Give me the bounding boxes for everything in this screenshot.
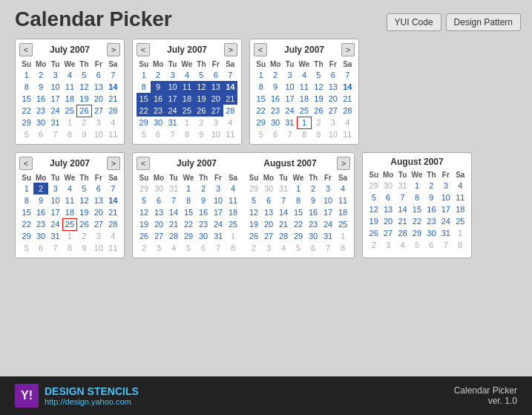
day-cell[interactable]: 30 xyxy=(424,227,439,239)
day-cell[interactable]: 11 xyxy=(226,195,240,206)
day-cell[interactable]: 7 xyxy=(395,192,410,203)
day-cell-selected[interactable]: 2 xyxy=(33,183,47,195)
day-cell[interactable]: 4 xyxy=(62,69,76,81)
day-cell[interactable]: 7 xyxy=(106,69,120,81)
day-cell[interactable]: 20 xyxy=(326,93,340,105)
day-cell[interactable]: 24 xyxy=(48,218,62,230)
day-cell[interactable]: 3 xyxy=(439,180,453,192)
day-cell[interactable]: 22 xyxy=(19,218,33,230)
day-cell-other[interactable]: 3 xyxy=(381,239,395,251)
cal1-next-btn[interactable]: > xyxy=(107,43,120,56)
day-cell[interactable]: 27 xyxy=(381,227,395,239)
day-cell[interactable]: 12 xyxy=(367,203,381,215)
day-cell[interactable]: 29 xyxy=(19,230,33,242)
day-cell[interactable]: 17 xyxy=(321,206,335,218)
today-cell[interactable]: 1 xyxy=(297,117,311,128)
day-cell[interactable]: 5 xyxy=(137,195,151,206)
day-cell[interactable]: 20 xyxy=(91,206,105,218)
day-cell-other[interactable]: 29 xyxy=(137,183,151,195)
day-cell[interactable]: 26 xyxy=(312,105,326,117)
day-cell[interactable]: 8 xyxy=(137,81,151,93)
day-cell[interactable]: 9 xyxy=(306,195,321,206)
day-cell[interactable]: 17 xyxy=(48,206,62,218)
day-cell[interactable]: 12 xyxy=(246,206,261,218)
day-cell-other[interactable]: 5 xyxy=(19,242,33,254)
day-cell-other[interactable]: 11 xyxy=(341,128,355,140)
day-cell-selected[interactable]: 10 xyxy=(165,81,180,93)
day-cell[interactable]: 29 xyxy=(19,117,33,128)
day-cell[interactable]: 1 xyxy=(410,180,424,192)
day-cell[interactable]: 13 xyxy=(261,206,276,218)
day-cell-other[interactable]: 30 xyxy=(151,183,166,195)
day-cell[interactable]: 19 xyxy=(312,93,326,105)
day-cell-other[interactable]: 9 xyxy=(77,242,91,254)
day-cell-other[interactable]: 8 xyxy=(453,239,467,251)
day-cell[interactable]: 15 xyxy=(19,206,33,218)
day-cell[interactable]: 2 xyxy=(151,69,165,81)
day-cell-selected[interactable]: 21 xyxy=(223,93,237,105)
day-cell-other[interactable]: 11 xyxy=(106,242,120,254)
day-cell-other[interactable]: 5 xyxy=(181,242,196,254)
day-cell[interactable]: 28 xyxy=(395,227,410,239)
day-cell-selected[interactable]: 22 xyxy=(137,105,151,117)
day-cell[interactable]: 25 xyxy=(453,215,467,227)
day-cell-other[interactable]: 6 xyxy=(151,128,165,140)
day-cell[interactable]: 20 xyxy=(91,93,105,105)
day-cell[interactable]: 28 xyxy=(276,230,291,242)
day-cell-other[interactable]: 10 xyxy=(208,128,223,140)
day-cell[interactable]: 29 xyxy=(291,230,306,242)
day-cell-other[interactable]: 31 xyxy=(395,180,410,192)
day-cell-other[interactable]: 7 xyxy=(321,242,335,254)
day-cell[interactable]: 20 xyxy=(261,218,276,230)
day-cell[interactable]: 25 xyxy=(297,105,311,117)
day-cell-other[interactable]: 11 xyxy=(223,128,237,140)
day-cell[interactable]: 8 xyxy=(254,81,268,93)
day-cell-selected[interactable]: 16 xyxy=(151,93,165,105)
day-cell[interactable]: 13 xyxy=(381,203,395,215)
day-cell-other[interactable]: 8 xyxy=(62,128,76,140)
day-cell-other[interactable]: 3 xyxy=(261,242,276,254)
day-cell[interactable]: 10 xyxy=(48,81,62,93)
day-cell-other[interactable]: 6 xyxy=(196,242,211,254)
day-cell[interactable]: 25 xyxy=(226,218,240,230)
cal5-next-btn[interactable]: > xyxy=(337,157,350,170)
day-cell-selected[interactable]: 17 xyxy=(165,93,180,105)
day-cell[interactable]: 6 xyxy=(381,192,395,203)
day-cell-other[interactable]: 2 xyxy=(312,117,326,128)
day-cell[interactable]: 5 xyxy=(77,69,91,81)
day-cell-other[interactable]: 5 xyxy=(19,128,33,140)
day-cell[interactable]: 16 xyxy=(33,93,47,105)
day-cell-other[interactable]: 7 xyxy=(165,128,180,140)
day-cell[interactable]: 8 xyxy=(410,192,424,203)
day-cell[interactable]: 23 xyxy=(268,105,282,117)
day-cell[interactable]: 7 xyxy=(341,69,355,81)
day-cell[interactable]: 16 xyxy=(268,93,282,105)
day-cell-other[interactable]: 3 xyxy=(91,230,105,242)
day-cell[interactable]: 18 xyxy=(453,203,467,215)
day-cell[interactable]: 30 xyxy=(151,117,165,128)
day-cell[interactable]: 11 xyxy=(62,195,76,206)
day-cell-selected[interactable]: 12 xyxy=(194,81,208,93)
day-cell[interactable]: 27 xyxy=(91,105,105,117)
day-cell[interactable]: 5 xyxy=(312,69,326,81)
day-cell[interactable]: 21 xyxy=(395,215,410,227)
cal4-next-btn[interactable]: > xyxy=(107,157,120,170)
day-cell[interactable]: 15 xyxy=(291,206,306,218)
day-cell[interactable]: 11 xyxy=(62,81,76,93)
day-cell-selected[interactable]: 14 xyxy=(223,81,237,93)
day-cell[interactable]: 21 xyxy=(106,93,120,105)
day-cell[interactable]: 23 xyxy=(196,218,211,230)
day-cell-other[interactable]: 9 xyxy=(77,128,91,140)
day-cell[interactable]: 12 xyxy=(137,206,151,218)
day-cell[interactable]: 14 xyxy=(166,206,181,218)
day-cell[interactable]: 25 xyxy=(335,218,350,230)
day-cell[interactable]: 24 xyxy=(439,215,453,227)
day-cell[interactable]: 22 xyxy=(291,218,306,230)
day-cell-other[interactable]: 1 xyxy=(62,117,76,128)
day-cell[interactable]: 31 xyxy=(439,227,453,239)
day-cell-other[interactable]: 8 xyxy=(335,242,350,254)
day-cell-other[interactable]: 4 xyxy=(276,242,291,254)
day-cell[interactable]: 1 xyxy=(254,69,268,81)
day-cell[interactable]: 26 xyxy=(137,230,151,242)
day-cell[interactable]: 6 xyxy=(151,195,166,206)
